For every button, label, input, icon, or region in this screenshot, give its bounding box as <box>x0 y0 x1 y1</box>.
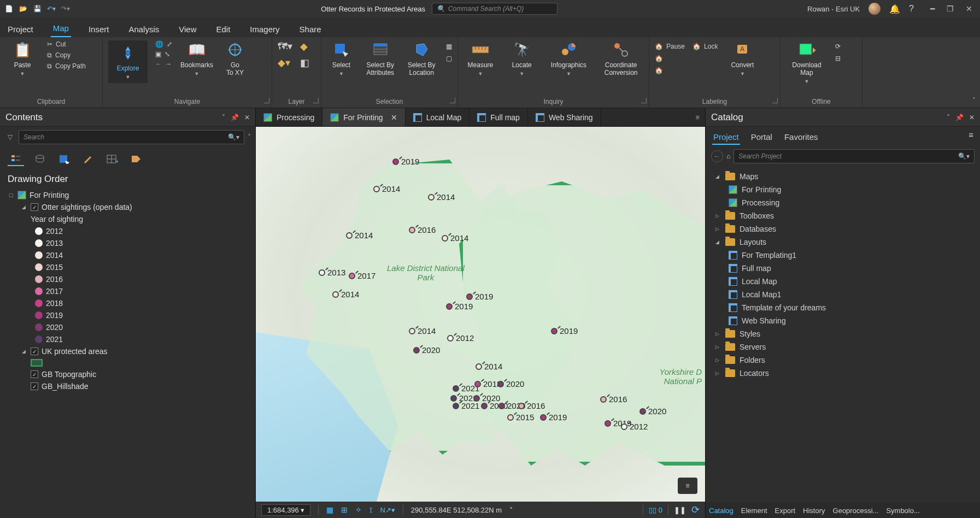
view-unplaced-button[interactable]: 🏠 <box>655 55 685 62</box>
pane-options-icon[interactable]: ˅ <box>947 114 950 121</box>
menu-tab-map[interactable]: Map <box>51 20 71 37</box>
locate-button[interactable]: 🔭 Locate ▼ <box>505 40 539 76</box>
pane-options-icon[interactable]: ˅ <box>222 114 225 121</box>
catalog-node-layouts[interactable]: ◢Layouts <box>710 236 976 249</box>
layer-node-protected[interactable]: ◢✓ UK protected areas <box>9 345 250 357</box>
catalog-node-locators[interactable]: ▷Locators <box>710 367 976 380</box>
menu-tab-insert[interactable]: Insert <box>86 21 112 37</box>
home-icon[interactable]: ⌂ <box>726 152 730 160</box>
dialog-launcher-icon[interactable] <box>264 98 269 103</box>
map-point[interactable]: 2014 <box>409 326 436 335</box>
checkbox-icon[interactable]: ✓ <box>31 203 38 211</box>
select-button[interactable]: Select ▼ <box>327 40 356 76</box>
view-tab-full-map[interactable]: Full map <box>470 108 528 126</box>
map-point[interactable]: 2020 <box>497 379 524 388</box>
explore-button[interactable]: Explore ▼ <box>108 40 148 83</box>
close-icon[interactable]: ✕ <box>244 114 250 121</box>
map-point[interactable]: 2020 <box>639 407 666 416</box>
menu-tab-edit[interactable]: Edit <box>214 21 233 37</box>
fixed-zoom-in-icon[interactable]: ⤢ <box>167 40 172 48</box>
catalog-item-processing[interactable]: Processing <box>710 196 976 209</box>
map-point[interactable]: 2016 <box>518 401 545 410</box>
measure-button[interactable]: Measure ▼ <box>463 40 497 76</box>
catalog-search-input[interactable]: Search Project 🔍▾ <box>733 149 975 163</box>
dialog-launcher-icon[interactable] <box>641 98 647 103</box>
layer-node-otter[interactable]: ◢✓ Otter sightings (open data) <box>9 201 250 213</box>
add-data-button[interactable]: ◆▾ <box>278 57 292 69</box>
convert-labels-button[interactable]: A Convert ▼ <box>725 40 759 76</box>
cut-button[interactable]: ✂Cut <box>47 40 86 48</box>
bottom-tab-export[interactable]: Export <box>775 507 796 515</box>
map-point[interactable]: 2019 <box>392 157 419 166</box>
catalog-item-template-of-your-dreams[interactable]: Template of your dreams <box>710 301 976 314</box>
catalog-item-for-templating1[interactable]: For Templating1 <box>710 249 976 262</box>
fixed-zoom-out-icon[interactable]: ⤡ <box>165 50 170 58</box>
map-point[interactable]: 2014 <box>442 233 468 243</box>
avatar[interactable] <box>868 3 881 15</box>
catalog-item-local-map1[interactable]: Local Map1 <box>710 288 976 301</box>
map-point[interactable]: 2019 <box>540 413 567 422</box>
coord-dropdown-icon[interactable]: ˅ <box>509 506 513 514</box>
map-point[interactable]: 2021 <box>453 401 479 410</box>
map-point[interactable]: 2014 <box>373 184 400 193</box>
symbol-class[interactable]: 2019 <box>9 309 250 321</box>
menu-tab-analysis[interactable]: Analysis <box>126 21 161 37</box>
catalog-node-toolboxes[interactable]: ▷Toolboxes <box>710 209 976 222</box>
dialog-launcher-icon[interactable] <box>450 98 455 103</box>
qat-redo-icon[interactable]: ↷▾ <box>60 3 71 14</box>
map-scale-input[interactable]: 1:684,396 ▾ <box>261 504 310 516</box>
bottom-tab-geoprocessi-[interactable]: Geoprocessi... <box>833 507 879 515</box>
map-point[interactable]: 2019 <box>446 302 473 311</box>
list-by-selection-button[interactable] <box>56 152 72 166</box>
bottom-tab-history[interactable]: History <box>803 507 825 515</box>
search-options-icon[interactable]: ˅ <box>248 133 251 141</box>
paste-button[interactable]: 📋 Paste ▼ <box>5 40 39 76</box>
window-close-button[interactable]: ✕ <box>966 4 972 13</box>
attr-table-icon[interactable]: ▦ <box>446 43 452 50</box>
zoom-sel-icon[interactable]: ▣ <box>155 50 161 58</box>
remove-icon[interactable]: ⊟ <box>835 55 841 62</box>
north-icon[interactable]: N↗▾ <box>380 506 395 514</box>
catalog-subtab-project[interactable]: Project <box>712 130 740 145</box>
menu-tab-share[interactable]: Share <box>297 21 324 37</box>
checkbox-icon[interactable]: ✓ <box>31 348 38 355</box>
catalog-item-web-sharing[interactable]: Web Sharing <box>710 314 976 327</box>
map-view[interactable]: Lake District National Park Yorkshire D … <box>256 127 705 502</box>
lock-labels-button[interactable]: 🏠Lock <box>693 43 718 50</box>
qat-new-icon[interactable]: 📄 <box>3 3 14 14</box>
qat-save-icon[interactable]: 💾 <box>32 3 43 14</box>
menu-tab-imagery[interactable]: Imagery <box>248 21 281 37</box>
grid-icon[interactable]: ✧ <box>355 505 362 514</box>
symbol-class[interactable]: 2018 <box>9 297 250 309</box>
symbol-class[interactable]: 2020 <box>9 321 250 333</box>
menu-tab-view[interactable]: View <box>177 21 198 37</box>
select-by-location-button[interactable]: Select By Location <box>404 40 438 76</box>
contents-search-input[interactable]: Search 🔍▾ <box>19 130 244 144</box>
map-point[interactable]: 2014 <box>476 362 502 371</box>
catalog-item-local-map[interactable]: Local Map <box>710 275 976 288</box>
map-point[interactable]: 2019 <box>466 292 493 301</box>
checkbox-icon[interactable]: ✓ <box>31 370 38 378</box>
pin-icon[interactable]: 📌 <box>955 114 964 121</box>
symbol-class[interactable]: 2013 <box>9 237 250 249</box>
user-name[interactable]: Rowan - Esri UK <box>807 5 860 13</box>
map-point[interactable]: 2012 <box>447 333 474 343</box>
map-point[interactable]: 2014 <box>346 231 373 240</box>
view-tab-local-map[interactable]: Local Map <box>406 108 470 126</box>
catalog-node-databases[interactable]: ▷Databases <box>710 222 976 236</box>
notifications-icon[interactable]: 🔔 <box>889 4 900 14</box>
copy-button[interactable]: ⧉Copy <box>47 51 86 59</box>
clear-sel-icon[interactable]: ▢ <box>446 55 452 62</box>
copy-path-button[interactable]: ⧉Copy Path <box>47 62 86 70</box>
layer-node-hillshade[interactable]: ▸✓ GB_Hillshade <box>9 380 250 392</box>
view-tab-web-sharing[interactable]: Web Sharing <box>528 108 601 126</box>
map-point[interactable]: 2013 <box>319 268 345 277</box>
add-graphics-button[interactable]: ◧ <box>300 57 309 69</box>
menu-tab-project[interactable]: Project <box>5 21 36 37</box>
symbol-class[interactable]: 2017 <box>9 285 250 297</box>
pin-icon[interactable]: 📌 <box>231 114 239 121</box>
catalog-node-maps[interactable]: ◢Maps <box>710 170 976 183</box>
close-icon[interactable]: ✕ <box>391 113 397 122</box>
infographics-button[interactable]: Infographics ▼ <box>547 40 591 76</box>
qat-open-icon[interactable]: 📂 <box>17 3 28 14</box>
